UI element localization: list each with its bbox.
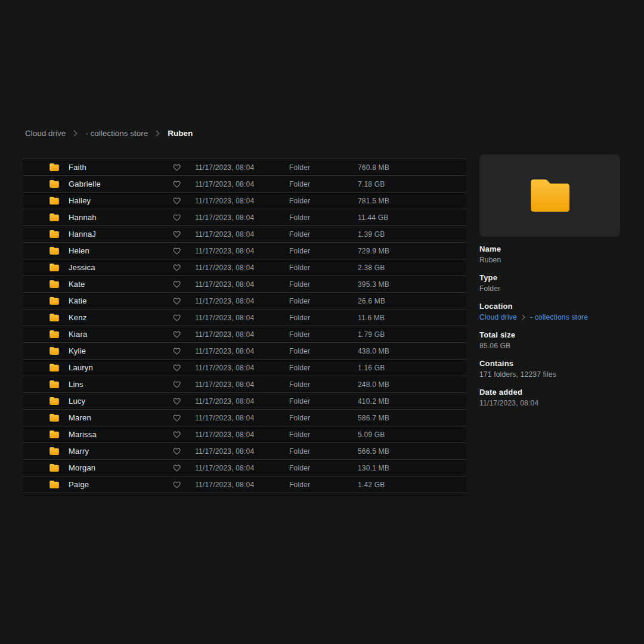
file-row[interactable]: Lucy 11/17/2023, 08:04 Folder 410.2 MB [23, 392, 466, 409]
file-size: 5.09 GB [358, 431, 466, 439]
favorite-heart-icon[interactable] [173, 331, 195, 338]
file-name: Jessica [69, 263, 173, 272]
file-row[interactable]: Kenz 11/17/2023, 08:04 Folder 11.6 MB [23, 309, 466, 326]
file-row[interactable]: Katie 11/17/2023, 08:04 Folder 26.6 MB [23, 292, 466, 309]
favorite-heart-icon[interactable] [173, 465, 195, 472]
file-list: Faith 11/17/2023, 08:04 Folder 760.8 MB … [23, 159, 466, 496]
folder-icon [49, 180, 69, 188]
file-size: 566.5 MB [358, 447, 466, 456]
file-row-partial[interactable] [23, 493, 466, 496]
file-name: Lins [69, 380, 173, 389]
file-size: 586.7 MB [358, 414, 466, 422]
file-name: Marissa [69, 430, 173, 439]
file-size: 11.6 MB [358, 314, 466, 322]
file-row[interactable]: Lins 11/17/2023, 08:04 Folder 248.0 MB [23, 376, 466, 392]
file-type: Folder [289, 247, 358, 255]
file-row[interactable]: Kiara 11/17/2023, 08:04 Folder 1.79 GB [23, 326, 466, 342]
breadcrumb-item-collections-store[interactable]: - collections store [85, 129, 148, 138]
folder-icon [531, 179, 569, 212]
field-date-added: Date added 11/17/2023, 08:04 [479, 388, 636, 408]
file-row[interactable]: Jessica 11/17/2023, 08:04 Folder 2.38 GB [23, 259, 466, 275]
location-links: Cloud drive - collections store [479, 312, 636, 322]
file-row[interactable]: Hailey 11/17/2023, 08:04 Folder 781.5 MB [23, 192, 466, 209]
file-row[interactable]: Faith 11/17/2023, 08:04 Folder 760.8 MB [23, 159, 466, 175]
file-date: 11/17/2023, 08:04 [195, 264, 289, 272]
file-name: Faith [69, 163, 173, 172]
favorite-heart-icon[interactable] [173, 298, 195, 305]
file-date: 11/17/2023, 08:04 [195, 364, 289, 372]
file-row[interactable]: Maren 11/17/2023, 08:04 Folder 586.7 MB [23, 409, 466, 426]
file-type: Folder [289, 397, 358, 405]
file-name: Kylie [69, 346, 173, 355]
file-size: 248.0 MB [358, 380, 466, 389]
folder-icon [49, 330, 69, 338]
field-label: Location [479, 302, 636, 311]
file-date: 11/17/2023, 08:04 [195, 247, 289, 255]
file-row[interactable]: Kate 11/17/2023, 08:04 Folder 395.3 MB [23, 275, 466, 292]
file-name: Paige [69, 480, 173, 489]
favorite-heart-icon[interactable] [173, 214, 195, 221]
favorite-heart-icon[interactable] [173, 348, 195, 355]
cloud-drive-app: Cloud drive - collections store Ruben Fa… [0, 0, 644, 644]
favorite-heart-icon[interactable] [173, 281, 195, 288]
folder-icon [49, 314, 69, 321]
file-size: 1.39 GB [358, 230, 466, 239]
field-type: Type Folder [479, 273, 636, 293]
file-name: Morgan [69, 463, 173, 472]
favorite-heart-icon[interactable] [173, 197, 195, 205]
chevron-right-icon [156, 130, 160, 137]
file-type: Folder [289, 197, 358, 205]
file-row[interactable]: Marry 11/17/2023, 08:04 Folder 566.5 MB [23, 442, 466, 459]
breadcrumb-item-cloud-drive[interactable]: Cloud drive [25, 129, 66, 138]
file-row[interactable]: Helen 11/17/2023, 08:04 Folder 729.9 MB [23, 242, 466, 259]
file-size: 2.38 GB [358, 264, 466, 272]
favorite-heart-icon[interactable] [173, 381, 195, 388]
file-type: Folder [289, 180, 358, 188]
favorite-heart-icon[interactable] [173, 398, 195, 405]
file-row[interactable]: Gabrielle 11/17/2023, 08:04 Folder 7.18 … [23, 175, 466, 192]
favorite-heart-icon[interactable] [173, 164, 195, 171]
file-row[interactable]: Marissa 11/17/2023, 08:04 Folder 5.09 GB [23, 426, 466, 442]
file-name: Gabrielle [69, 179, 173, 188]
favorite-heart-icon[interactable] [173, 264, 195, 271]
folder-icon [49, 280, 69, 288]
file-date: 11/17/2023, 08:04 [195, 397, 289, 405]
file-row[interactable]: HannaJ 11/17/2023, 08:04 Folder 1.39 GB [23, 225, 466, 242]
file-type: Folder [289, 330, 358, 339]
file-size: 760.8 MB [358, 163, 466, 172]
breadcrumb-item-current: Ruben [168, 129, 193, 138]
favorite-heart-icon[interactable] [173, 364, 195, 371]
folder-icon [49, 230, 69, 238]
file-row[interactable]: Morgan 11/17/2023, 08:04 Folder 130.1 MB [23, 459, 466, 476]
chevron-right-icon [73, 130, 78, 137]
favorite-heart-icon[interactable] [173, 414, 195, 422]
file-name: Kiara [69, 330, 173, 339]
file-date: 11/17/2023, 08:04 [195, 414, 289, 422]
favorite-heart-icon[interactable] [173, 247, 195, 255]
file-row[interactable]: Hannah 11/17/2023, 08:04 Folder 11.44 GB [23, 209, 466, 225]
file-date: 11/17/2023, 08:04 [195, 163, 289, 172]
folder-icon [49, 264, 69, 271]
chevron-right-icon [522, 314, 525, 320]
file-name: Maren [69, 413, 173, 422]
folder-icon [49, 163, 69, 171]
file-size: 11.44 GB [358, 213, 466, 222]
file-row[interactable]: Lauryn 11/17/2023, 08:04 Folder 1.16 GB [23, 359, 466, 376]
location-link-cloud-drive[interactable]: Cloud drive [479, 312, 517, 322]
file-size: 410.2 MB [358, 397, 466, 405]
field-value: 11/17/2023, 08:04 [479, 398, 636, 408]
file-size: 1.16 GB [358, 364, 466, 372]
folder-icon [49, 431, 69, 438]
file-row[interactable]: Kylie 11/17/2023, 08:04 Folder 438.0 MB [23, 342, 466, 359]
favorite-heart-icon[interactable] [173, 231, 195, 238]
file-row[interactable]: Paige 11/17/2023, 08:04 Folder 1.42 GB [23, 476, 466, 493]
favorite-heart-icon[interactable] [173, 431, 195, 438]
file-date: 11/17/2023, 08:04 [195, 213, 289, 222]
file-size: 781.5 MB [358, 197, 466, 205]
favorite-heart-icon[interactable] [173, 314, 195, 321]
favorite-heart-icon[interactable] [173, 448, 195, 455]
favorite-heart-icon[interactable] [173, 481, 195, 488]
folder-icon [49, 447, 69, 455]
location-link-collections-store[interactable]: - collections store [530, 312, 588, 322]
favorite-heart-icon[interactable] [173, 181, 195, 188]
